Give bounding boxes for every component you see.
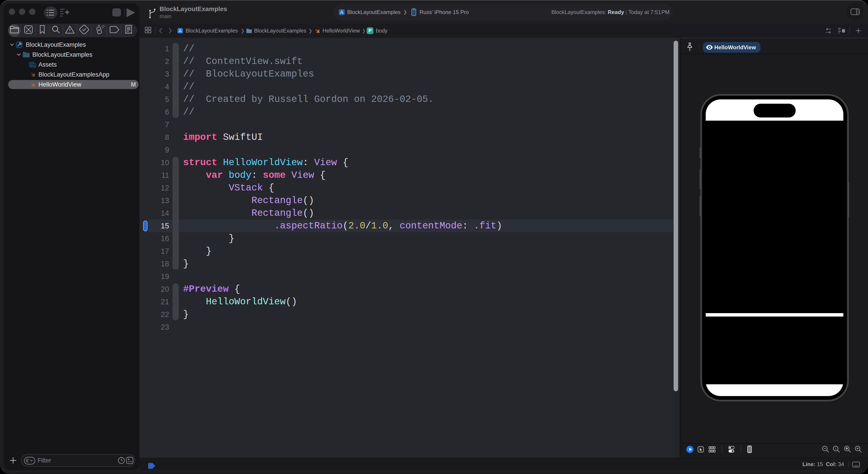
svg-text:1: 1 — [835, 447, 836, 450]
